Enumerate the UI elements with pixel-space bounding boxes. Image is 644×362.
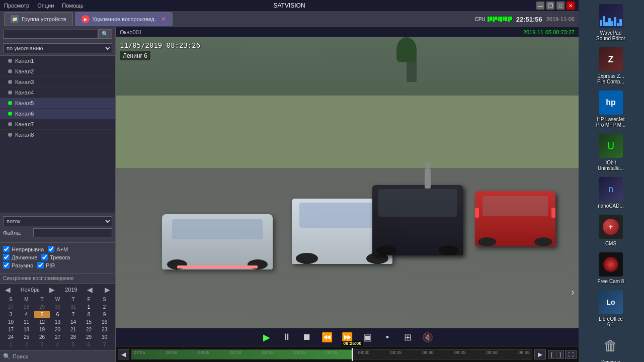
tab-group-devices[interactable]: 📁 Группа устройств [4, 12, 73, 26]
cal-day-17[interactable]: 17 [3, 326, 19, 333]
cal-day-20[interactable]: 20 [50, 326, 65, 333]
cal-day-30oct[interactable]: 30 [50, 303, 65, 311]
channel-item-6[interactable]: Канал6 [0, 109, 115, 119]
cal-day-5dec[interactable]: 5 [65, 341, 81, 348]
desktop-icon-recycle[interactable]: 🗑 Корзина [581, 331, 641, 362]
cal-day-27[interactable]: 27 [50, 333, 65, 341]
hp-label: HP LaserJetPro MFP M... [596, 117, 626, 128]
cal-day-4[interactable]: 4 [19, 311, 34, 318]
sound-button[interactable]: 🔇 [421, 330, 435, 344]
cal-day-3dec[interactable]: 3 [34, 341, 50, 348]
cal-day-24[interactable]: 24 [3, 333, 19, 341]
cal-day-4dec[interactable]: 4 [50, 341, 65, 348]
cal-day-16[interactable]: 16 [97, 318, 112, 326]
layout-quad-button[interactable]: ⊞ [400, 330, 415, 344]
cal-day-18[interactable]: 18 [19, 326, 34, 333]
maximize-button[interactable]: □ [556, 2, 565, 10]
cal-next-month[interactable]: ▶ [47, 286, 57, 294]
menu-help[interactable]: Помощь [62, 3, 84, 9]
cal-day-12[interactable]: 12 [34, 318, 50, 326]
desktop-icon-express[interactable]: Z Express Z...File Comp... [581, 45, 641, 86]
timeline-zoom-out[interactable]: ] [556, 350, 564, 359]
stream-select[interactable]: поток [3, 216, 112, 226]
cal-day-29[interactable]: 29 [81, 333, 97, 341]
channel-item-1[interactable]: Канал1 [0, 56, 115, 66]
restore-button[interactable]: ❐ [546, 2, 554, 10]
cal-day-13[interactable]: 13 [50, 318, 65, 326]
cal-day-1[interactable]: 1 [81, 303, 97, 311]
checkbox-alarm[interactable] [41, 254, 48, 260]
checkbox-am[interactable] [48, 246, 54, 252]
desktop-icon-cms[interactable]: + CMS [581, 213, 641, 248]
desktop-icon-iobit[interactable]: U IObitUninstalle... [581, 132, 641, 173]
menu-options[interactable]: Опции [37, 3, 54, 9]
checkbox-motion[interactable] [3, 254, 10, 260]
timeline-prev-button[interactable]: ◀ [118, 349, 129, 359]
cal-day-3[interactable]: 3 [3, 311, 19, 318]
desktop-icon-nanocad[interactable]: n nanoCAD... [581, 175, 641, 211]
channel-item-5[interactable]: Канал5 [0, 98, 115, 109]
cal-day-14[interactable]: 14 [65, 318, 81, 326]
cal-day-6dec[interactable]: 6 [81, 341, 97, 348]
search-input[interactable] [3, 30, 98, 39]
cal-prev-month[interactable]: ◀ [3, 286, 13, 294]
stop-button[interactable]: ⏹ [300, 330, 314, 344]
cal-day-30[interactable]: 30 [97, 333, 112, 341]
menu-view[interactable]: Просмотр [4, 3, 29, 9]
rewind-button[interactable]: ⏪ [320, 330, 334, 344]
cal-day-22[interactable]: 22 [81, 326, 97, 333]
cal-day-25[interactable]: 25 [19, 333, 34, 341]
desktop-icon-wavepad[interactable]: WavePadSound Editor [581, 2, 641, 43]
checkbox-continuous[interactable] [3, 246, 10, 252]
cal-day-23[interactable]: 23 [97, 326, 112, 333]
search-button[interactable]: 🔍 [98, 29, 112, 39]
channel-item-2[interactable]: Канал2 [0, 66, 115, 77]
cal-day-7[interactable]: 7 [65, 311, 81, 318]
cal-day-21[interactable]: 21 [65, 326, 81, 333]
cal-day-2[interactable]: 2 [97, 303, 112, 311]
video-frame[interactable]: 11/05/2019 08:23:26 Ленинг 6 › [116, 37, 579, 328]
cal-next-year[interactable]: ▶ [103, 286, 112, 294]
cal-day-28[interactable]: 28 [65, 333, 81, 341]
cal-day-7dec[interactable]: 7 [97, 341, 112, 348]
checkbox-pir[interactable] [37, 262, 44, 268]
channel-item-8[interactable]: Канал8 [0, 130, 115, 140]
timeline-next-button[interactable]: ▶ [534, 349, 546, 359]
tab-remote-play[interactable]: ▶ Удаленное воспроизвед. ✕ [75, 12, 173, 26]
timeline-fullscreen[interactable]: ⛶ [565, 350, 577, 359]
cal-day-28oct[interactable]: 28 [19, 303, 34, 311]
cal-day-11[interactable]: 11 [19, 318, 34, 326]
desktop-icon-freecam[interactable]: Free Cam 8 [581, 250, 641, 286]
tab-close-button[interactable]: ✕ [161, 16, 166, 23]
file-input[interactable]: е [33, 228, 112, 237]
cal-day-31oct[interactable]: 31 [65, 303, 81, 311]
cal-day-8[interactable]: 8 [81, 311, 97, 318]
desktop-icon-libreoffice[interactable]: Lo LibreOffice6.1 [581, 288, 641, 329]
timeline-zoom-in[interactable]: [ [548, 350, 555, 359]
timeline-bar[interactable]: 08:25:00 07:55 08:00 08:05 08:10 08:15 0… [131, 349, 532, 359]
play-button[interactable]: ▶ [260, 330, 274, 344]
cam-arrow-button[interactable]: › [571, 286, 575, 298]
desktop-icon-hp[interactable]: hp HP LaserJetPro MFP M... [581, 88, 641, 130]
cal-day-27oct[interactable]: 27 [3, 303, 19, 311]
channel-item-3[interactable]: Канал3 [0, 77, 115, 87]
cal-day-2dec[interactable]: 2 [19, 341, 34, 348]
cal-day-1dec[interactable]: 1 [3, 341, 19, 348]
default-dropdown[interactable]: по умолчанию [3, 43, 112, 53]
cal-day-9[interactable]: 9 [97, 311, 112, 318]
layout-dual-button[interactable]: ▪ [380, 330, 394, 344]
cal-day-15[interactable]: 15 [81, 318, 97, 326]
cal-day-26[interactable]: 26 [34, 333, 50, 341]
cal-day-29oct[interactable]: 29 [34, 303, 50, 311]
close-button[interactable]: ✕ [567, 2, 575, 10]
channel-item-4[interactable]: Канал4 [0, 87, 115, 98]
checkbox-smart[interactable] [3, 262, 10, 268]
pause-button[interactable]: ⏸ [280, 330, 294, 344]
minimize-button[interactable]: — [536, 2, 544, 10]
channel-item-7[interactable]: Канал7 [0, 119, 115, 130]
cal-prev-year[interactable]: ◀ [85, 286, 95, 294]
cal-day-5-today[interactable]: 5 [34, 311, 50, 318]
cal-day-6[interactable]: 6 [50, 311, 65, 318]
cal-day-10[interactable]: 10 [3, 318, 19, 326]
cal-day-19[interactable]: 19 [34, 326, 50, 333]
